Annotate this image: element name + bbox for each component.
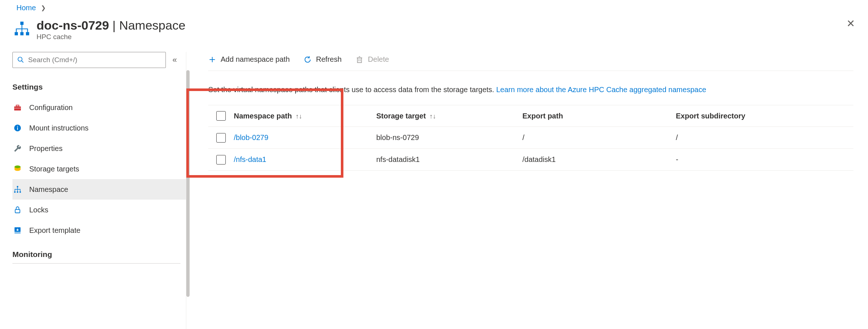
close-button[interactable]: ✕ bbox=[846, 19, 855, 29]
toolbar-label: Refresh bbox=[316, 55, 342, 64]
sidebar-item-label: Storage targets bbox=[29, 165, 79, 173]
cell-export-path: /datadisk1 bbox=[522, 155, 676, 164]
sidebar-item-mount-instructions[interactable]: Mount instructions bbox=[12, 118, 186, 138]
sidebar-item-label: Locks bbox=[29, 206, 48, 214]
svg-rect-18 bbox=[15, 209, 20, 213]
toolbar-label: Delete bbox=[368, 55, 389, 64]
page-title: doc-ns-0729 | Namespace bbox=[37, 19, 857, 32]
page-header: doc-ns-0729 | Namespace HPC cache ✕ bbox=[0, 12, 868, 41]
sidebar-scrollbar[interactable] bbox=[186, 52, 191, 329]
sidebar-section-settings: Settings bbox=[12, 83, 186, 93]
sidebar-item-label: Export template bbox=[29, 226, 80, 235]
svg-rect-10 bbox=[17, 128, 18, 130]
download-icon bbox=[13, 226, 22, 235]
cell-export-subdirectory: - bbox=[676, 155, 853, 164]
table-row[interactable]: /nfs-data1 nfs-datadisk1 /datadisk1 - bbox=[208, 149, 853, 171]
lock-icon bbox=[13, 205, 22, 214]
cell-export-path: / bbox=[522, 133, 676, 142]
column-header-export-path[interactable]: Export path bbox=[522, 112, 676, 120]
resource-type: HPC cache bbox=[37, 33, 857, 41]
cell-storage-target: nfs-datadisk1 bbox=[376, 155, 522, 164]
sidebar-item-export-template[interactable]: Export template bbox=[12, 220, 186, 241]
column-header-export-subdirectory[interactable]: Export subdirectory bbox=[676, 112, 853, 120]
column-header-namespace-path[interactable]: Namespace path↑↓ bbox=[234, 112, 376, 120]
info-icon bbox=[13, 124, 22, 132]
select-all-checkbox[interactable] bbox=[216, 111, 226, 121]
svg-rect-0 bbox=[20, 22, 24, 25]
collapse-sidebar-button[interactable]: « bbox=[172, 55, 177, 65]
sidebar-item-label: Namespace bbox=[29, 185, 68, 194]
toolbox-icon bbox=[13, 103, 22, 112]
sidebar-item-properties[interactable]: Properties bbox=[12, 138, 186, 159]
table-row[interactable]: /blob-0279 blob-ns-0729 / / bbox=[208, 127, 853, 149]
cell-export-subdirectory: / bbox=[676, 133, 853, 142]
svg-line-5 bbox=[22, 61, 23, 63]
svg-point-13 bbox=[15, 166, 21, 168]
toolbar-label: Add namespace path bbox=[221, 55, 290, 64]
column-header-storage-target[interactable]: Storage target↑↓ bbox=[376, 112, 522, 120]
hierarchy-icon bbox=[13, 185, 22, 194]
sidebar-item-storage-targets[interactable]: Storage targets bbox=[12, 159, 186, 179]
main-content: Add namespace path Refresh Delete S bbox=[191, 52, 868, 329]
sidebar-item-label: Properties bbox=[29, 144, 62, 153]
sidebar-section-monitoring: Monitoring bbox=[12, 250, 180, 264]
svg-rect-17 bbox=[20, 192, 21, 193]
search-icon bbox=[17, 56, 24, 64]
sidebar-item-label: Mount instructions bbox=[29, 124, 88, 132]
svg-rect-3 bbox=[26, 32, 29, 35]
svg-rect-6 bbox=[14, 107, 21, 111]
description: Set the virtual namespace paths that cli… bbox=[208, 86, 853, 94]
svg-rect-23 bbox=[358, 58, 362, 63]
refresh-icon bbox=[304, 56, 312, 64]
hpc-cache-icon bbox=[14, 21, 30, 37]
sidebar-search[interactable] bbox=[12, 52, 166, 68]
row-checkbox[interactable] bbox=[216, 133, 226, 143]
chevron-right-icon: ❯ bbox=[41, 4, 46, 11]
namespace-table: Namespace path↑↓ Storage target↑↓ Export… bbox=[208, 105, 853, 171]
add-namespace-path-button[interactable]: Add namespace path bbox=[208, 55, 290, 64]
svg-point-4 bbox=[18, 57, 22, 61]
table-header-row: Namespace path↑↓ Storage target↑↓ Export… bbox=[208, 105, 853, 127]
plus-icon bbox=[208, 56, 216, 64]
trash-icon bbox=[355, 56, 363, 64]
wrench-icon bbox=[13, 144, 22, 153]
svg-rect-1 bbox=[15, 32, 18, 35]
svg-rect-20 bbox=[15, 233, 21, 234]
breadcrumb-home[interactable]: Home bbox=[16, 4, 36, 12]
sidebar-item-locks[interactable]: Locks bbox=[12, 200, 186, 220]
sidebar-item-configuration[interactable]: Configuration bbox=[12, 97, 186, 118]
svg-rect-15 bbox=[14, 192, 16, 193]
sort-icon: ↑↓ bbox=[296, 113, 302, 120]
sort-icon: ↑↓ bbox=[430, 113, 436, 120]
refresh-button[interactable]: Refresh bbox=[304, 55, 342, 64]
svg-rect-14 bbox=[17, 186, 18, 188]
sidebar-item-namespace[interactable]: Namespace bbox=[12, 179, 186, 200]
svg-rect-16 bbox=[17, 192, 18, 193]
sidebar: « Settings Configuration Mount instructi… bbox=[0, 52, 186, 329]
sidebar-search-input[interactable] bbox=[27, 56, 161, 64]
row-checkbox[interactable] bbox=[216, 155, 226, 164]
toolbar: Add namespace path Refresh Delete bbox=[208, 52, 853, 71]
breadcrumb: Home ❯ bbox=[0, 0, 868, 12]
learn-more-link[interactable]: Learn more about the Azure HPC Cache agg… bbox=[496, 86, 706, 94]
namespace-path-link[interactable]: /nfs-data1 bbox=[234, 155, 266, 163]
svg-point-11 bbox=[17, 126, 18, 127]
svg-rect-7 bbox=[16, 105, 19, 107]
svg-rect-2 bbox=[20, 32, 24, 35]
cell-storage-target: blob-ns-0729 bbox=[376, 133, 522, 142]
namespace-path-link[interactable]: /blob-0279 bbox=[234, 133, 269, 141]
delete-button: Delete bbox=[355, 55, 389, 64]
sidebar-item-label: Configuration bbox=[29, 103, 73, 112]
storage-icon bbox=[13, 164, 22, 173]
